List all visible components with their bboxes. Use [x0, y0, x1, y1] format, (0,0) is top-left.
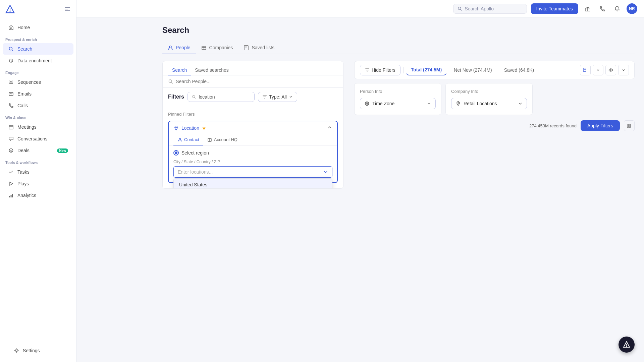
- person-info-section: Person Info Time Zone: [354, 83, 441, 115]
- eye-button[interactable]: [605, 65, 616, 75]
- search-people-input[interactable]: [176, 79, 338, 84]
- apply-filters-row: 274.453M records found Apply Filters: [354, 119, 635, 132]
- svg-rect-5: [65, 10, 70, 11]
- sidebar: Home Prospect & enrich Search Data enric…: [0, 0, 76, 362]
- analytics-icon: [8, 192, 14, 198]
- sidebar-item-home-label: Home: [17, 25, 30, 30]
- contact-tab-icon: [177, 137, 182, 142]
- records-found-text: 274.453M records found: [529, 123, 577, 128]
- retail-locations-label: Retail Locations: [464, 101, 497, 106]
- sidebar-item-calls-label: Calls: [17, 103, 28, 108]
- tab-companies-label: Companies: [209, 45, 233, 50]
- section-label-prospect: Prospect & enrich: [0, 34, 76, 43]
- sidebar-item-conversations[interactable]: Conversations: [3, 133, 73, 144]
- location-pin-icon: [173, 125, 179, 131]
- app-logo[interactable]: [5, 5, 15, 14]
- saved-tab[interactable]: Saved (64.8K): [499, 65, 539, 75]
- search-apollo-icon: [458, 6, 462, 11]
- location-select-wrapper: Enter locations... United States: [173, 166, 332, 178]
- sidebar-item-emails[interactable]: Emails: [3, 88, 73, 100]
- svg-rect-48: [367, 71, 368, 72]
- filter-search-input[interactable]: [199, 94, 250, 100]
- sidebar-item-meetings[interactable]: Meetings: [3, 121, 73, 133]
- sidebar-footer: Settings: [0, 339, 76, 362]
- filter-icon: [365, 68, 370, 72]
- svg-rect-57: [627, 124, 629, 127]
- sidebar-item-search[interactable]: Search: [3, 43, 73, 55]
- sidebar-collapse-button[interactable]: [64, 6, 71, 13]
- type-filter-dropdown[interactable]: Type: All: [258, 92, 297, 102]
- location-card-title-text: Location: [181, 125, 199, 131]
- account-hq-tab-icon: [207, 137, 212, 142]
- phone-icon[interactable]: [597, 3, 608, 14]
- svg-rect-40: [263, 97, 266, 98]
- net-new-tab[interactable]: Net New (274.4M): [449, 65, 497, 75]
- sidebar-item-home[interactable]: Home: [3, 22, 73, 33]
- location-tab-account-hq[interactable]: Account HQ: [203, 134, 241, 145]
- filter-search-box[interactable]: document.getElementById('filterSearchInp…: [187, 92, 255, 102]
- svg-text:$: $: [10, 149, 12, 153]
- location-card-collapse[interactable]: [327, 125, 332, 131]
- saved-label: Saved (64.8K): [504, 67, 534, 73]
- search-apollo-bar[interactable]: Search Apollo: [453, 4, 527, 14]
- filter-search-icon: [192, 95, 196, 99]
- dropdown-arrow-2[interactable]: [618, 65, 629, 75]
- time-zone-dropdown[interactable]: Time Zone: [360, 98, 436, 109]
- svg-rect-21: [12, 194, 13, 197]
- gift-icon[interactable]: [582, 3, 593, 14]
- right-panel: Hide Filters Total (274.5M) Net New (274…: [354, 61, 635, 132]
- people-tab-icon: [168, 45, 173, 50]
- select-region-option[interactable]: Select region: [173, 150, 332, 156]
- email-icon: [8, 91, 14, 97]
- sidebar-item-data-enrichment[interactable]: Data enrichment: [3, 55, 73, 66]
- tab-people[interactable]: People: [162, 42, 196, 54]
- search-people-icon: [168, 79, 173, 84]
- sidebar-item-tasks-label: Tasks: [17, 169, 30, 175]
- retail-locations-label-container: Retail Locations: [455, 101, 497, 106]
- settings-icon: [13, 348, 19, 354]
- export-button[interactable]: [580, 65, 591, 75]
- hide-filters-button[interactable]: Hide Filters: [360, 65, 400, 75]
- svg-line-38: [195, 98, 196, 99]
- sidebar-item-plays-label: Plays: [17, 181, 29, 186]
- sidebar-item-plays[interactable]: Plays: [3, 178, 73, 189]
- location-select[interactable]: Enter locations...: [173, 166, 332, 178]
- left-tab-search[interactable]: Search: [168, 65, 191, 75]
- svg-line-7: [12, 50, 13, 51]
- type-filter-label: Type: All: [269, 94, 287, 100]
- svg-rect-20: [11, 195, 12, 197]
- svg-line-24: [461, 9, 462, 10]
- svg-rect-39: [263, 96, 267, 96]
- dropdown-arrow-1[interactable]: [593, 65, 603, 75]
- divider-1: [403, 67, 404, 73]
- select-region-radio: [173, 150, 179, 156]
- user-avatar[interactable]: NR: [627, 3, 637, 14]
- calls-icon: [8, 103, 14, 109]
- left-tab-saved-searches[interactable]: Saved searches: [191, 65, 232, 75]
- sidebar-item-deals[interactable]: $ Deals New: [3, 145, 73, 156]
- apply-filters-button[interactable]: Apply Filters: [581, 120, 620, 131]
- sidebar-item-sequences[interactable]: Sequences: [3, 76, 73, 88]
- sidebar-item-calls[interactable]: Calls: [3, 100, 73, 111]
- retail-locations-dropdown[interactable]: Retail Locations: [451, 98, 527, 109]
- sidebar-item-analytics[interactable]: Analytics: [3, 190, 73, 201]
- dropdown-item-united-states[interactable]: United States: [174, 179, 332, 189]
- sidebar-item-tasks[interactable]: Tasks: [3, 166, 73, 178]
- invite-teammates-button[interactable]: Invite Teammates: [531, 3, 578, 14]
- search-people-container: [163, 75, 343, 88]
- sidebar-item-meetings-label: Meetings: [17, 124, 37, 130]
- bell-icon[interactable]: [612, 3, 623, 14]
- page-content: Search People Companies: [153, 17, 644, 362]
- total-tab[interactable]: Total (274.5M): [406, 65, 446, 75]
- sidebar-item-deals-label: Deals: [17, 148, 30, 153]
- location-tab-contact[interactable]: Contact: [173, 134, 203, 145]
- columns-button[interactable]: [624, 120, 635, 131]
- sidebar-item-analytics-label: Analytics: [17, 193, 36, 198]
- tab-companies[interactable]: Companies: [196, 42, 238, 54]
- conversations-icon: [8, 136, 14, 142]
- sidebar-item-settings[interactable]: Settings: [8, 345, 68, 356]
- tab-saved-lists[interactable]: Saved lists: [238, 42, 280, 54]
- location-body: Select region City / State / Country / Z…: [169, 145, 337, 182]
- fab-button[interactable]: [619, 337, 635, 353]
- right-actions: [580, 65, 629, 75]
